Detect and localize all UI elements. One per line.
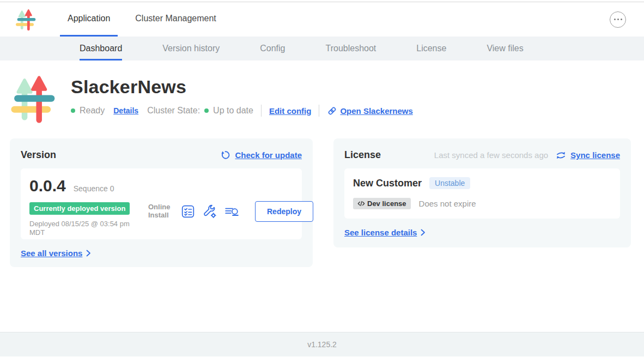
divider [261,105,262,117]
page-title: SlackerNews [71,76,413,98]
subnav-tab-view-files[interactable]: View files [487,37,523,60]
version-card-title: Version [21,149,56,161]
last-synced-text: Last synced a few seconds ago [434,150,548,160]
deploy-logs-icon[interactable] [224,204,240,219]
open-app-link[interactable]: Open Slackernews [340,106,412,116]
app-logo-small [15,2,36,37]
link-icon [327,106,337,116]
subnav-tab-license[interactable]: License [416,37,446,60]
tab-cluster-management[interactable]: Cluster Management [127,2,224,37]
current-version-panel: 0.0.4 Sequence 0 Currently deployed vers… [21,168,302,239]
slackernews-logo-icon [15,8,36,31]
check-for-update-link[interactable]: Check for update [235,150,302,160]
customer-name: New Customer [353,178,422,189]
preflight-checks-icon[interactable] [181,204,195,219]
tab-application[interactable]: Application [60,2,118,37]
ellipsis-icon [621,19,622,20]
subnav-tab-config[interactable]: Config [260,37,285,60]
sync-license-link[interactable]: Sync license [570,150,620,160]
cluster-state-dot [204,108,209,113]
license-expiry-text: Does not expire [419,199,476,208]
subnav-tab-version-history[interactable]: Version history [162,37,220,60]
channel-badge: Unstable [429,177,470,189]
deployed-badge: Currently deployed version [29,202,130,215]
top-navbar: Application Cluster Management [0,2,644,37]
ellipsis-icon [617,19,619,20]
deployed-timestamp: Deployed 08/15/25 @ 03:54 pm MDT [29,220,138,237]
edit-config-link[interactable]: Edit config [269,106,312,116]
sync-icon [556,151,566,160]
app-status-dot [71,108,75,113]
cluster-state-text: Up to date [213,106,253,116]
cluster-state-label: Cluster State: [147,106,200,116]
app-status-row: Ready Details Cluster State: Up to date … [71,105,413,117]
subnav-tab-dashboard[interactable]: Dashboard [80,37,122,60]
license-card: License Last synced a few seconds ago Sy… [333,138,631,247]
license-type-badge: Dev license [353,198,411,209]
code-icon [357,200,365,207]
app-status-text: Ready [80,106,105,116]
console-footer: v1.125.2 [0,332,644,356]
see-license-details-link[interactable]: See license details [344,228,417,237]
dashboard-content: SlackerNews Ready Details Cluster State:… [0,60,644,332]
slackernews-logo-large [10,73,56,124]
subnav-tab-troubleshoot[interactable]: Troubleshoot [325,37,376,60]
license-details-panel: New Customer Unstable Dev license Does n… [344,168,620,219]
sequence-label: Sequence 0 [74,184,114,193]
refresh-icon [220,150,230,160]
redeploy-button[interactable]: Redeploy [255,201,313,222]
version-card: Version Check for update 0.0.4 Sequence … [10,138,313,267]
install-type-label: Online Install [148,203,173,220]
version-number: 0.0.4 [29,177,66,195]
divider [319,105,319,117]
console-version: v1.125.2 [307,340,337,349]
more-options-button[interactable] [610,11,626,28]
config-wrench-icon[interactable] [203,204,217,219]
chevron-right-icon [86,250,91,257]
details-link[interactable]: Details [113,106,138,115]
chevron-right-icon [421,229,426,236]
license-card-title: License [344,149,381,161]
ellipsis-icon [614,19,616,20]
see-all-versions-link[interactable]: See all versions [21,249,82,258]
app-subnav: Dashboard Version history Config Trouble… [0,37,644,60]
